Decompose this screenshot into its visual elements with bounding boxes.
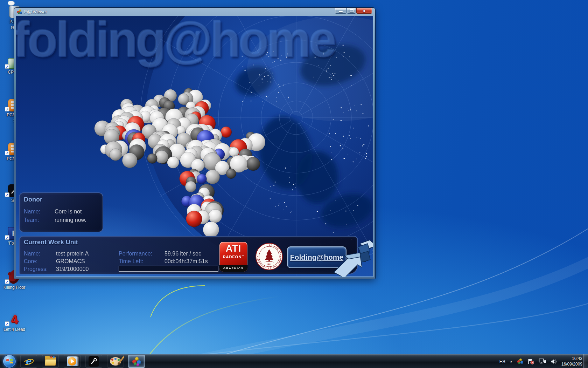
taskbar-button-paint[interactable] xyxy=(107,355,124,368)
window-title: F@hViewer xyxy=(24,9,47,14)
seal-year: 1891 xyxy=(267,263,272,266)
window-titlebar[interactable]: F@hViewer x xyxy=(14,8,375,16)
volume-icon[interactable] xyxy=(551,359,557,364)
work-unit-progress-bar xyxy=(119,266,218,272)
current-work-unit-panel: Current Work Unit Name: test protein A C… xyxy=(19,236,358,274)
ie-orbit-ring xyxy=(23,357,34,366)
clock-date: 16/09/2009 xyxy=(561,361,582,367)
ati-radeon-logo: ATI RADEON™ GRAPHICS xyxy=(219,242,247,272)
wu-name-label: Name: xyxy=(24,251,40,257)
maximize-icon xyxy=(350,9,354,12)
work-unit-title: Current Work Unit xyxy=(24,239,78,246)
donor-team-label: Team: xyxy=(24,217,39,223)
taskbar-button-fah-viewer[interactable] xyxy=(128,355,145,368)
donor-name-label: Name: xyxy=(24,209,40,214)
taskbar-button-windows-explorer[interactable] xyxy=(42,355,59,368)
taskbar-button-internet-explorer[interactable]: e xyxy=(20,355,37,368)
shortcut-arrow-icon: ↗ xyxy=(5,192,9,197)
paint-palette-icon xyxy=(110,357,121,366)
maximize-button[interactable] xyxy=(347,8,356,14)
wu-core-label: Core: xyxy=(24,258,37,264)
taskbar-button-steam[interactable] xyxy=(85,355,102,368)
donor-team-value: running now. xyxy=(55,217,86,223)
fah-tray-icon[interactable] xyxy=(517,358,523,364)
action-center-flag-icon[interactable] xyxy=(527,358,534,364)
taskbar-button-media-player[interactable] xyxy=(64,355,80,368)
close-icon: x xyxy=(363,8,365,13)
clock[interactable]: 16:43 16/09/2009 xyxy=(561,356,582,367)
app-icon xyxy=(17,9,22,14)
clock-time: 16:43 xyxy=(561,356,582,361)
wu-performance-label: Performance: xyxy=(119,251,152,257)
donor-panel: Donor Name: Core is not Team: running no… xyxy=(19,192,103,232)
minimize-button[interactable] xyxy=(335,8,346,14)
stanford-university-seal: LELAND STANFORD JUNIOR UNIVERSITY 1891 xyxy=(255,243,283,270)
media-player-icon xyxy=(67,356,77,366)
ati-sub-text: RADEON xyxy=(223,255,242,259)
desktop-icon-label: Left 4 Dead xyxy=(3,327,26,333)
shortcut-arrow-icon: ↗ xyxy=(5,321,9,326)
ati-brand-text: ATI xyxy=(226,244,241,253)
shortcut-arrow-icon: ↗ xyxy=(5,235,9,240)
wu-progress-label: Progress: xyxy=(24,266,48,272)
viewer-canvas[interactable]: folding@home Donor Name: Core is not Tea… xyxy=(16,16,373,277)
shortcut-arrow-icon: ↗ xyxy=(5,279,9,284)
close-button[interactable]: x xyxy=(356,8,372,14)
language-indicator[interactable]: ES xyxy=(499,359,505,364)
folder-icon xyxy=(45,357,56,366)
ati-trademark: ™ xyxy=(241,255,244,257)
start-button[interactable] xyxy=(3,355,16,368)
donor-name-value: Core is not xyxy=(55,209,82,215)
wu-performance-value: 59.96 iter / sec xyxy=(164,251,201,257)
show-hidden-icons-button[interactable]: ▲ xyxy=(510,360,513,363)
fah-viewer-window: F@hViewer x folding@home Donor Name: Cor… xyxy=(14,8,375,279)
ati-graphics-text: GRAPHICS xyxy=(219,265,247,272)
wu-timeleft-value: 00d:04h:37m:51s xyxy=(164,258,208,265)
desktop-icon-label: Killing Floor xyxy=(3,285,26,291)
system-tray: ES ▲ 16:43 16/09/200 xyxy=(499,354,582,368)
shortcut-arrow-icon: ↗ xyxy=(5,107,9,111)
shortcut-arrow-icon: ↗ xyxy=(5,151,9,155)
folding-ribbon-icon xyxy=(328,239,373,277)
wu-core-value: GROMACS xyxy=(56,258,85,265)
windows-flag-icon xyxy=(6,358,13,365)
show-desktop-button[interactable] xyxy=(583,354,588,368)
wu-timeleft-label: Time Left: xyxy=(119,258,144,264)
minimize-icon xyxy=(339,11,343,12)
fah-viewer-icon xyxy=(132,356,141,366)
taskbar: e ES ▲ xyxy=(0,354,588,368)
wu-name-value: test protein A xyxy=(56,251,89,257)
wu-progress-value: 319/1000000 xyxy=(56,266,89,272)
donor-panel-title: Donor xyxy=(24,196,42,203)
network-icon[interactable] xyxy=(539,358,546,364)
left-4-dead-icon: 4 ↗ xyxy=(3,308,26,326)
shortcut-arrow-icon: ↗ xyxy=(5,64,9,69)
steam-icon xyxy=(89,356,99,367)
desktop-icon-left-4-dead[interactable]: 4 ↗ Left 4 Dead xyxy=(3,308,26,333)
